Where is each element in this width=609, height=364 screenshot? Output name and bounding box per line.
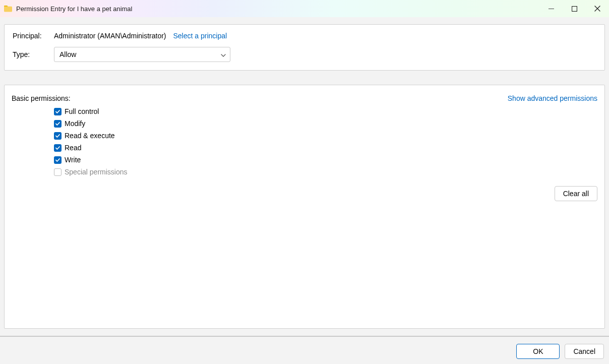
permissions-list: Full control Modify Read & execute Read … [54,107,597,176]
checkbox-read[interactable] [54,144,62,152]
basic-permissions-label: Basic permissions: [12,94,71,102]
permission-read-execute: Read & execute [54,132,597,140]
maximize-button[interactable] [563,0,586,17]
clear-all-button[interactable]: Clear all [555,186,597,201]
principal-row: Principal: Administrator (AMAN\Administr… [13,32,596,40]
minimize-button[interactable] [539,0,563,17]
permission-label: Write [65,156,81,164]
titlebar: Permission Entry for I have a pet animal [0,0,609,17]
footer: OK Cancel [0,337,609,359]
select-principal-link[interactable]: Select a principal [173,32,227,40]
principal-label: Principal: [13,32,54,40]
checkbox-modify[interactable] [54,120,62,128]
chevron-down-icon [221,50,226,58]
permission-label: Full control [65,107,99,115]
permission-write: Write [54,156,597,164]
ok-button[interactable]: OK [516,344,560,359]
svg-rect-0 [549,9,554,9]
folder-icon [4,5,12,12]
close-button[interactable] [586,0,609,17]
permissions-header: Basic permissions: Show advanced permiss… [12,94,597,102]
checkbox-write[interactable] [54,156,62,164]
principal-type-panel: Principal: Administrator (AMAN\Administr… [4,24,605,71]
permission-special: Special permissions [54,168,597,176]
window-title: Permission Entry for I have a pet animal [16,5,133,13]
permission-full-control: Full control [54,107,597,115]
clear-all-wrap: Clear all [555,186,597,201]
permission-label: Special permissions [65,168,128,176]
svg-rect-1 [572,6,577,11]
show-advanced-permissions-link[interactable]: Show advanced permissions [508,94,597,102]
permission-label: Read & execute [65,132,115,140]
permission-label: Modify [65,119,85,128]
checkbox-read-execute[interactable] [54,132,62,140]
checkbox-special-permissions [54,168,62,176]
permission-read: Read [54,144,597,152]
cancel-button[interactable]: Cancel [565,344,604,359]
principal-value: Administrator (AMAN\Administrator) [54,32,166,40]
permission-label: Read [65,144,81,152]
type-row: Type: Allow [13,47,596,62]
type-dropdown-value: Allow [59,50,76,58]
checkbox-full-control[interactable] [54,108,62,115]
permissions-panel: Basic permissions: Show advanced permiss… [4,85,605,329]
window-buttons [539,0,609,17]
type-dropdown[interactable]: Allow [54,47,230,62]
type-label: Type: [13,50,54,58]
permission-modify: Modify [54,119,597,128]
